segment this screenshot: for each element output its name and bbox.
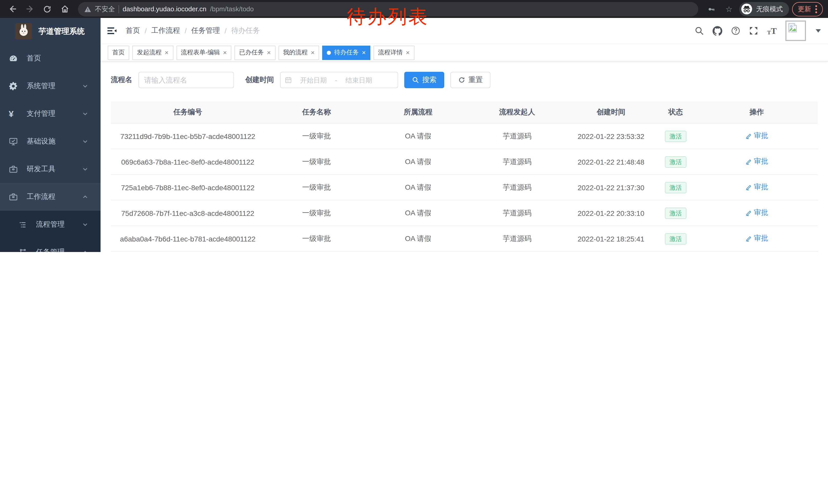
chevron-down-icon <box>82 166 88 172</box>
close-icon[interactable]: × <box>362 49 366 56</box>
chevron-down-icon <box>82 83 88 89</box>
page-header: 首页 / 工作流程 / 任务管理 / 待办任务 <box>100 18 828 44</box>
sidebar-item-devtools[interactable]: 研发工具 <box>0 155 100 183</box>
sidebar-item-label: 系统管理 <box>27 82 55 91</box>
breadcrumb-current: 待办任务 <box>231 26 260 35</box>
home-icon[interactable] <box>57 2 72 16</box>
breadcrumb: 首页 / 工作流程 / 任务管理 / 待办任务 <box>126 26 260 35</box>
search-icon[interactable] <box>695 26 704 35</box>
status-badge: 激活 <box>665 233 687 244</box>
edit-icon <box>745 184 752 191</box>
sidebar-item-home[interactable]: 首页 <box>0 45 100 72</box>
tab-home[interactable]: 首页 <box>108 45 129 60</box>
caret-down-icon[interactable] <box>816 29 821 33</box>
update-button[interactable]: 更新 <box>792 2 823 16</box>
sidebar-item-label: 研发工具 <box>27 165 55 174</box>
table-row: 725a1eb6-7b88-11ec-8ef0-acde48001122一级审批… <box>111 175 818 200</box>
chevron-up-icon <box>82 249 88 252</box>
filter-bar: 流程名 创建时间 - 搜索 重置 <box>111 72 818 88</box>
url-path: /bpm/task/todo <box>210 5 254 13</box>
logo-image <box>15 23 32 40</box>
search-icon <box>412 77 419 84</box>
task-table: 任务编号 任务名称 所属流程 流程发起人 创建时间 状态 操作 73211d9d… <box>111 101 818 252</box>
fullscreen-icon[interactable] <box>749 26 758 35</box>
bookmark-star-icon[interactable]: ☆ <box>722 2 736 16</box>
address-bar[interactable]: 不安全 dashboard.yudao.iocoder.cn/bpm/task/… <box>78 2 698 16</box>
approve-link[interactable]: 审批 <box>745 209 768 218</box>
tab-my-process[interactable]: 我的流程× <box>279 45 319 60</box>
sidebar-item-process-mgmt[interactable]: 流程管理 <box>0 211 100 238</box>
sidebar-item-payment[interactable]: ¥ 支付管理 <box>0 100 100 128</box>
font-size-icon[interactable]: TT <box>767 27 777 35</box>
sidebar-item-task-mgmt[interactable]: 任务管理 <box>0 238 100 252</box>
broken-image-icon <box>787 22 798 33</box>
close-icon[interactable]: × <box>223 49 227 56</box>
table-row: 8f0d1619-7ac8-11ec-a9e2-a2380e71991a1.2测… <box>111 251 818 252</box>
github-icon[interactable] <box>713 26 722 36</box>
status-badge: 激活 <box>665 156 687 168</box>
active-dot <box>327 50 331 55</box>
update-label: 更新 <box>798 4 811 13</box>
sidebar-item-label: 流程管理 <box>36 220 65 229</box>
app-logo: 芋道管理系统 <box>0 18 100 45</box>
gear-icon <box>9 82 18 91</box>
warning-icon <box>84 5 91 12</box>
close-icon[interactable]: × <box>165 49 169 56</box>
end-date-input[interactable] <box>339 76 378 84</box>
close-icon[interactable]: × <box>311 49 315 56</box>
yen-icon: ¥ <box>9 109 18 118</box>
forward-icon[interactable] <box>23 2 37 16</box>
main-area: 首页 / 工作流程 / 任务管理 / 待办任务 <box>100 18 828 252</box>
search-button[interactable]: 搜索 <box>404 72 444 88</box>
avatar[interactable] <box>785 20 806 41</box>
date-range-picker[interactable]: - <box>280 72 398 88</box>
tab-process-detail[interactable]: 流程详情× <box>373 45 414 60</box>
tab-form-edit[interactable]: 流程表单-编辑× <box>176 45 232 60</box>
reload-icon[interactable] <box>40 2 54 16</box>
sidebar-item-label: 任务管理 <box>36 248 65 252</box>
security-label: 不安全 <box>95 4 115 13</box>
close-icon[interactable]: × <box>267 49 271 56</box>
tab-start-process[interactable]: 发起流程× <box>132 45 173 60</box>
process-name-input[interactable] <box>138 72 234 88</box>
edit-icon <box>745 133 752 139</box>
process-name-label: 流程名 <box>111 75 132 85</box>
breadcrumb-item[interactable]: 任务管理 <box>191 26 220 35</box>
tags-view-bar: 首页 发起流程× 流程表单-编辑× 已办任务× 我的流程× 待办任务× 流程详情… <box>100 44 828 61</box>
tree-branch-icon <box>18 248 27 252</box>
start-date-input[interactable] <box>294 76 333 84</box>
col-status: 状态 <box>656 101 696 123</box>
col-task-name: 任务名称 <box>265 101 368 123</box>
create-time-label: 创建时间 <box>245 75 274 85</box>
sidebar-item-label: 首页 <box>27 54 41 63</box>
toolbox-icon <box>9 165 18 174</box>
reset-button[interactable]: 重置 <box>450 72 490 88</box>
table-row: 069c6a63-7b8a-11ec-8ef0-acde48001122一级审批… <box>111 149 818 175</box>
monitor-icon <box>9 137 18 146</box>
key-icon[interactable] <box>704 2 719 16</box>
approve-link[interactable]: 审批 <box>745 234 768 243</box>
refresh-icon <box>458 77 465 84</box>
breadcrumb-item[interactable]: 首页 <box>126 26 140 35</box>
table-header-row: 任务编号 任务名称 所属流程 流程发起人 创建时间 状态 操作 <box>111 101 818 123</box>
tab-todo-tasks[interactable]: 待办任务× <box>322 45 370 60</box>
tab-done-tasks[interactable]: 已办任务× <box>235 45 275 60</box>
sidebar-item-system[interactable]: 系统管理 <box>0 72 100 100</box>
breadcrumb-item[interactable]: 工作流程 <box>151 26 180 35</box>
sidebar-item-workflow[interactable]: 工作流程 <box>0 183 100 211</box>
sidebar-collapse-icon[interactable] <box>106 25 118 36</box>
approve-link[interactable]: 审批 <box>745 157 768 166</box>
sidebar-item-label: 工作流程 <box>27 192 55 201</box>
close-icon[interactable]: × <box>406 49 410 56</box>
approve-link[interactable]: 审批 <box>745 132 768 141</box>
approve-link[interactable]: 审批 <box>745 183 768 192</box>
sidebar-item-infra[interactable]: 基础设施 <box>0 128 100 155</box>
back-icon[interactable] <box>5 2 19 16</box>
menu-dots-icon <box>815 5 817 13</box>
browser-toolbar: 不安全 dashboard.yudao.iocoder.cn/bpm/task/… <box>0 0 828 18</box>
chevron-up-icon <box>82 194 88 200</box>
status-badge: 激活 <box>665 131 687 142</box>
table-row: 75d72608-7b7f-11ec-a3c8-acde48001122一级审批… <box>111 200 818 226</box>
help-icon[interactable] <box>731 26 741 35</box>
col-starter: 流程发起人 <box>468 101 566 123</box>
